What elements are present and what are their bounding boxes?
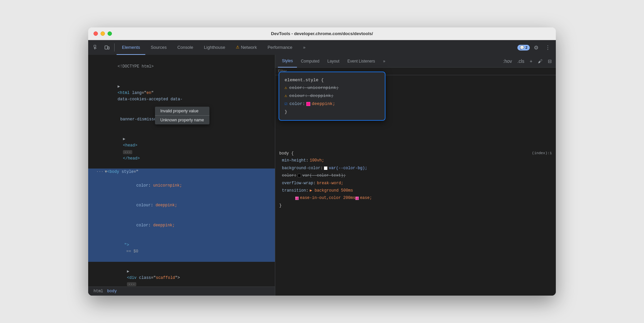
element-style-popup: element.style { ⚠ color: unicornpink; ⚠ … [279,72,385,121]
traffic-lights [94,31,112,36]
styles-panel: Styles Computed Layout Event Listeners »… [275,55,556,296]
style-prop-transition-ease: ease-in-out,color 200ms ease; [275,194,556,202]
color-swatch-deeppink[interactable] [306,102,310,106]
tooltip-item-unknown: Unknown property name [155,116,209,124]
tab-more[interactable]: » [298,40,311,55]
minimize-button[interactable] [101,31,105,36]
devtools-window: DevTools - developer.chrome.com/docs/dev… [88,27,556,296]
more-options-icon[interactable]: ⋮ [542,42,553,53]
dom-line-dollar: "> == $0 [88,235,275,262]
tab-styles[interactable]: Styles [278,55,297,68]
dom-panel: <!DOCTYPE html> ▶ <html lang="en" data-c… [88,55,275,296]
svg-rect-3 [105,46,108,49]
tooltip-item-invalid: Invalid property value [155,107,209,116]
breadcrumb-body[interactable]: body [106,288,118,294]
tab-performance[interactable]: Performance [262,40,298,55]
dom-line-head[interactable]: ▶ <head> ··· </head> [88,129,275,169]
tab-styles-more[interactable]: » [379,55,389,68]
styles-content[interactable]: body { (index):1 min-height : 100vh; bac… [275,149,556,296]
tab-layout[interactable]: Layout [323,55,343,68]
style-prop-transition: transition : ▶ background 500ms [275,187,556,194]
styles-sub-tabs: Styles Computed Layout Event Listeners »… [275,55,556,68]
sidebar-icon[interactable]: ⊟ [546,58,553,65]
color-swatch-ease2[interactable] [355,197,359,200]
style-prop-min-height: min-height : 100vh; [275,157,556,164]
message-icon: 💬 [520,45,524,50]
devtools-right-actions: 💬 2 ⚙ ⋮ [517,42,553,53]
color-swatch-bg[interactable] [324,167,327,170]
breadcrumb-bar: html body [88,287,275,296]
tab-event-listeners[interactable]: Event Listeners [343,55,379,68]
dom-line-html[interactable]: ▶ <html lang="en" data-cookies-accepted … [88,77,275,110]
check-icon[interactable]: ☑ [285,100,287,108]
tab-lighthouse[interactable]: Lighthouse [199,40,231,55]
dom-line-doctype: <!DOCTYPE html> [88,57,275,77]
head-ellipsis[interactable]: ··· [123,150,132,154]
cls-button[interactable]: .cls [516,58,526,65]
dom-tree[interactable]: <!DOCTYPE html> ▶ <html lang="en" data-c… [88,55,275,287]
style-prop-color-text: color : var(--color-text); [275,172,556,179]
styles-toolbar: :hov .cls + 🖌 ⊟ [502,58,553,65]
paint-icon[interactable]: 🖌 [536,58,544,65]
dom-line-color2: color: deeppink; [88,216,275,236]
device-toggle-icon[interactable] [102,43,112,52]
body-closing-brace: } [275,202,556,209]
devtools-main-content: <!DOCTYPE html> ▶ <html lang="en" data-c… [88,55,556,296]
window-title: DevTools - developer.chrome.com/docs/dev… [271,31,373,36]
breadcrumb-html[interactable]: html [92,288,105,294]
inspect-element-icon[interactable] [91,43,102,52]
tooltip: Invalid property value Unknown property … [155,107,209,124]
close-button[interactable] [94,31,98,36]
color-swatch-text[interactable] [298,174,301,177]
tab-computed[interactable]: Computed [297,55,323,68]
es-prop-colour: ⚠ colour: deeppink; [285,92,379,100]
es-prop-unicornpink: ⚠ color: unicornpink; [285,84,379,92]
element-style-closing: } [285,108,379,116]
dom-line-body[interactable]: ··· ▼ <body style=" [88,169,275,176]
div-ellipsis[interactable]: ··· [127,282,136,286]
tab-console[interactable]: Console [172,40,199,55]
dom-line-div[interactable]: ▶ <div class="scaffold"> ··· </div> grid [88,262,275,287]
tab-sources[interactable]: Sources [145,40,172,55]
network-warning-icon: ⚠ [236,45,239,49]
tab-network[interactable]: ⚠ Network [230,40,262,55]
devtools-tabs-bar: Elements Sources Console Lighthouse ⚠ Ne… [88,40,556,55]
body-selector: body { [279,150,294,157]
color-swatch-ease1[interactable] [295,197,299,200]
style-prop-overflow-wrap: overflow-wrap : break-word; [275,180,556,187]
source-index: (index):1 [532,150,552,156]
hov-button[interactable]: :hov [502,58,513,65]
warn-icon-1: ⚠ [285,84,287,92]
es-prop-deeppink: ☑ color : deeppink; [285,100,379,108]
title-bar: DevTools - developer.chrome.com/docs/dev… [88,27,556,40]
style-prop-bg-color: background-color : var(--color-bg); [275,165,556,172]
messages-badge[interactable]: 💬 2 [517,45,530,50]
svg-rect-4 [108,47,109,49]
tooltip-container: Invalid property value Unknown property … [155,107,209,124]
svg-rect-0 [94,45,96,47]
tab-elements[interactable]: Elements [117,40,145,55]
add-style-icon[interactable]: + [528,58,534,65]
element-style-selector: element.style { [285,76,379,84]
maximize-button[interactable] [108,31,112,36]
tab-divider [114,43,115,51]
settings-icon[interactable]: ⚙ [531,42,541,53]
dom-line-colour: colour: deeppink; [88,196,275,216]
warn-icon-2: ⚠ [285,92,287,100]
dom-line-color1: color: unicornpink; [88,176,275,196]
